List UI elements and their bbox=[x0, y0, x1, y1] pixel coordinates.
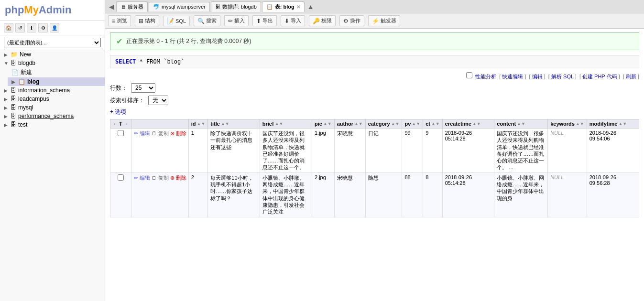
tab-mysql-server[interactable]: 🐬 mysql wampserver bbox=[149, 2, 210, 11]
col-modifytime-header[interactable]: modifytime▲▼ bbox=[587, 119, 639, 129]
create-php-link[interactable]: 创建 PHP 代码 bbox=[582, 74, 617, 79]
expand-blog-icon: ▶ bbox=[11, 79, 16, 85]
logo: phpMyAdmin bbox=[0, 0, 105, 21]
sql-button[interactable]: 📝 SQL bbox=[163, 16, 190, 26]
sidebar-item-blog[interactable]: ▶ 📋 blog bbox=[8, 77, 105, 86]
perf-analysis-link[interactable]: 性能分析 bbox=[475, 74, 496, 79]
insert-button[interactable]: ✏ 插入 bbox=[224, 15, 249, 26]
col-author-header[interactable]: author▲▼ bbox=[334, 119, 365, 129]
sidebar-item-information-schema[interactable]: ▶ 🗄 information_schema bbox=[0, 86, 105, 95]
rows-label: 行数： bbox=[110, 84, 127, 92]
col-title-header[interactable]: title▲▼ bbox=[208, 119, 260, 129]
tab-maximize-btn[interactable]: ▲ bbox=[306, 2, 316, 11]
main-area: ◀ 🖥 服务器 🐬 mysql wampserver 🗄 数据库: blogdb… bbox=[105, 0, 644, 301]
search-icon: 🔍 bbox=[197, 18, 205, 24]
quick-edit-link[interactable]: 快速编辑 bbox=[502, 74, 523, 79]
tab-prev-btn[interactable]: ◀ bbox=[107, 2, 116, 11]
refresh-link[interactable]: 刷新 bbox=[626, 74, 636, 79]
row-content-cell: 国庆节还没到，很多人还没来得及列购物清单，快递就已经准备好调价了……而扎心的消息… bbox=[494, 129, 548, 173]
sidebar-item-leadcampus[interactable]: ▶ 🗄 leadcampus bbox=[0, 95, 105, 103]
copy-link-0[interactable]: 🗒 复制 bbox=[152, 130, 169, 136]
structure-button[interactable]: ⊞ 结构 bbox=[135, 15, 159, 26]
options-link[interactable]: + 选项 bbox=[110, 108, 639, 116]
new-label: New bbox=[20, 51, 31, 58]
row-author-cell: 宋晓慧 bbox=[334, 129, 365, 173]
toolbar: ≡ 浏览 ⊞ 结构 📝 SQL 🔍 搜索 ✏ 插入 ⬆ 导出 ⬇ 导入 🔑 bbox=[105, 13, 644, 29]
search-label: 搜索 bbox=[206, 17, 217, 24]
rows-select[interactable]: 25 50 100 250 bbox=[131, 83, 155, 93]
logo-php: php bbox=[5, 4, 24, 16]
db-select[interactable]: (最近使用的表)... bbox=[4, 38, 101, 47]
copy-link-1[interactable]: 🗒 复制 bbox=[152, 175, 169, 181]
tabbar: ◀ 🖥 服务器 🐬 mysql wampserver 🗄 数据库: blogdb… bbox=[105, 0, 644, 13]
home-icon[interactable]: 🏠 bbox=[4, 23, 13, 32]
sidebar-item-mysql[interactable]: ▶ 🗄 mysql bbox=[0, 103, 105, 112]
expand-is-icon: ▶ bbox=[4, 88, 9, 93]
nav-right-arrow[interactable]: → bbox=[123, 121, 129, 127]
sort-toggle[interactable]: T bbox=[119, 121, 122, 127]
sidebar-icon-bar: 🏠 ↺ ℹ ⚙ 👤 bbox=[0, 21, 105, 35]
col-keywords-header[interactable]: keywords▲▼ bbox=[548, 119, 587, 129]
col-pv-header[interactable]: pv▲▼ bbox=[402, 119, 423, 129]
triggers-button[interactable]: ⚡ 触发器 bbox=[368, 15, 400, 26]
row-checkbox[interactable] bbox=[118, 130, 124, 136]
expand-mysql-icon: ▶ bbox=[4, 105, 9, 110]
sidebar-item-xinjian[interactable]: 📄 新建 bbox=[8, 67, 105, 77]
sql-icon: 📝 bbox=[167, 18, 174, 24]
tab-server[interactable]: 🖥 服务器 bbox=[116, 1, 148, 12]
col-pic-header[interactable]: pic▲▼ bbox=[312, 119, 334, 129]
info-icon[interactable]: ℹ bbox=[27, 23, 36, 32]
triggers-icon: ⚡ bbox=[372, 18, 379, 24]
expand-ps-icon: ▶ bbox=[4, 114, 9, 119]
col-category-header[interactable]: category▲▼ bbox=[365, 119, 402, 129]
col-ct-header[interactable]: ct▲▼ bbox=[423, 119, 443, 129]
nav-left-arrow[interactable]: ← bbox=[113, 121, 118, 127]
config-icon[interactable]: ⚙ bbox=[38, 23, 48, 32]
sql-label: SQL bbox=[175, 18, 186, 24]
privileges-button[interactable]: 🔑 权限 bbox=[309, 15, 336, 26]
delete-link-1[interactable]: ⊗ 删除 bbox=[170, 175, 186, 181]
search-button[interactable]: 🔍 搜索 bbox=[194, 15, 220, 26]
col-createtime-header[interactable]: createtime▲▼ bbox=[442, 119, 494, 129]
edit-link-1[interactable]: ✏ 编辑 bbox=[134, 175, 150, 181]
perf-checkbox[interactable] bbox=[466, 72, 472, 78]
import-button[interactable]: ⬇ 导入 bbox=[281, 15, 305, 26]
row-keywords-cell: NULL bbox=[548, 129, 587, 173]
account-icon[interactable]: 👤 bbox=[50, 23, 59, 32]
col-content-header[interactable]: content▲▼ bbox=[494, 119, 548, 129]
tab-server-label: 服务器 bbox=[128, 3, 143, 11]
operations-icon: ⚙ bbox=[343, 18, 349, 24]
tab-close-icon[interactable]: ✕ bbox=[296, 4, 300, 10]
mysql-tab-icon: 🐬 bbox=[153, 4, 160, 10]
row-createtime-cell: 2018-09-26 05:14:28 bbox=[442, 129, 494, 173]
sidebar-item-performance-schema[interactable]: ▶ 🗄 performance_schema bbox=[0, 112, 105, 120]
lc-icon: 🗄 bbox=[11, 96, 16, 102]
tab-db[interactable]: 🗄 数据库: blogdb bbox=[211, 1, 261, 12]
edit-link-0[interactable]: ✏ 编辑 bbox=[134, 130, 150, 136]
operations-button[interactable]: ⚙ 操作 bbox=[339, 15, 364, 26]
delete-link-0[interactable]: ⊗ 删除 bbox=[170, 130, 186, 136]
sort-select[interactable]: 无 bbox=[148, 96, 168, 105]
row-actions-cell: ✏ 编辑 🗒 复制 ⊗ 删除 bbox=[131, 172, 188, 217]
browse-button[interactable]: ≡ 浏览 bbox=[108, 15, 131, 26]
row-id-cell: 2 bbox=[188, 172, 208, 217]
server-tab-icon: 🖥 bbox=[120, 4, 126, 10]
col-id-header[interactable]: id▲▼ bbox=[188, 119, 208, 129]
row-title-cell: 每天睡够10小时，玩手机不得超1小时……你家孩子达标了吗？ bbox=[208, 172, 260, 217]
row-brief-cell: 小眼镜、小胖墩、网络成瘾……近年来，中国青少年群体中出现的身心健康隐患，引发社会… bbox=[260, 172, 312, 217]
tab-table[interactable]: 📋 表: blog ✕ bbox=[262, 1, 305, 12]
col-brief-header[interactable]: brief▲▼ bbox=[260, 119, 312, 129]
edit-link[interactable]: 编辑 bbox=[532, 74, 543, 79]
sidebar-item-blogdb[interactable]: ▼ 🗄 blogdb bbox=[0, 59, 105, 67]
sidebar-label-xinjian: 新建 bbox=[21, 68, 32, 76]
new-icon: 📁 bbox=[11, 51, 18, 58]
export-button[interactable]: ⬆ 导出 bbox=[252, 15, 277, 26]
sidebar-item-test[interactable]: ▶ 🗄 test bbox=[0, 120, 105, 129]
reload-icon[interactable]: ↺ bbox=[15, 23, 25, 32]
parse-sql-link[interactable]: 解析 SQL bbox=[551, 74, 574, 79]
tab-table-label: 表: blog bbox=[275, 3, 295, 11]
row-pv-cell: 99 bbox=[402, 129, 423, 173]
sidebar-item-new[interactable]: ▶ 📁 New bbox=[0, 50, 105, 59]
row-checkbox[interactable] bbox=[118, 174, 124, 181]
row-brief-cell: 国庆节还没到，很多人还没来得及列购物清单，快递就已经准备好调价了……而扎心的消息… bbox=[260, 129, 312, 173]
